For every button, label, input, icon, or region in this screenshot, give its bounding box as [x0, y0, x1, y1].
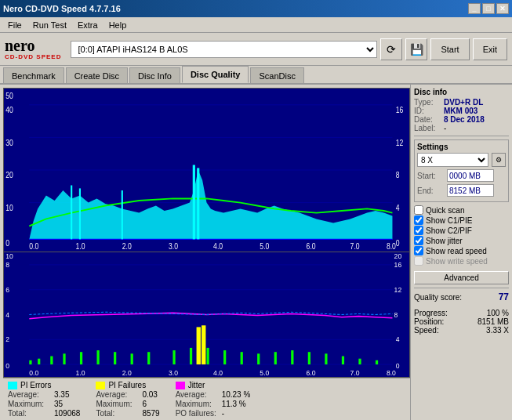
refresh-icon-btn[interactable]: ⟳ — [380, 38, 402, 60]
svg-text:8: 8 — [396, 171, 400, 180]
pi-failures-total-value: 8579 — [142, 409, 159, 418]
show-c2pif-checkbox[interactable] — [414, 226, 423, 235]
svg-rect-60 — [38, 359, 40, 364]
jitter-label: Jitter — [188, 381, 205, 389]
settings-section: Settings 8 X ⚙ Start: End: — [414, 139, 509, 202]
position-label: Position: — [414, 317, 444, 326]
menu-run-test[interactable]: Run Test — [28, 19, 71, 31]
quality-score-value: 77 — [499, 291, 509, 302]
svg-text:16: 16 — [394, 261, 402, 269]
jitter-po-value: - — [222, 409, 224, 418]
svg-rect-70 — [197, 327, 201, 364]
drive-select[interactable]: [0:0] ATAPI iHAS124 B AL0S — [71, 41, 377, 58]
svg-text:20: 20 — [5, 171, 13, 180]
pi-errors-legend: PI Errors Average: 3.35 Maximum: 35 Tota… — [8, 381, 80, 418]
disc-date-label: Date: — [414, 115, 441, 124]
svg-text:16: 16 — [396, 105, 404, 114]
svg-rect-68 — [172, 350, 175, 364]
speed-select[interactable]: 8 X — [417, 153, 488, 167]
tab-create-disc[interactable]: Create Disc — [66, 67, 128, 83]
svg-rect-72 — [207, 348, 209, 364]
show-c2pif-label: Show C2/PIF — [426, 226, 472, 235]
exit-button[interactable]: Exit — [473, 38, 507, 60]
menu-extra[interactable]: Extra — [73, 19, 103, 31]
pi-failures-avg-value: 0.03 — [142, 390, 157, 399]
svg-text:4.0: 4.0 — [213, 369, 223, 377]
disc-date-value: 8 Dec 2018 — [444, 115, 485, 124]
settings-icon-btn[interactable]: ⚙ — [492, 153, 506, 167]
show-jitter-checkbox[interactable] — [414, 236, 423, 245]
disc-info-title: Disc info — [414, 88, 509, 96]
end-input[interactable] — [447, 184, 494, 197]
svg-text:8: 8 — [5, 261, 9, 269]
svg-text:3.0: 3.0 — [169, 242, 178, 252]
svg-text:4: 4 — [396, 203, 400, 212]
menu-help[interactable]: Help — [104, 19, 132, 31]
svg-text:40: 40 — [5, 105, 13, 114]
svg-text:20: 20 — [394, 253, 402, 261]
svg-text:12: 12 — [396, 138, 404, 147]
svg-text:0: 0 — [396, 239, 400, 248]
legend-area: PI Errors Average: 3.35 Maximum: 35 Tota… — [3, 378, 410, 420]
tab-disc-info[interactable]: Disc Info — [129, 67, 180, 83]
menu-bar: File Run Test Extra Help — [0, 17, 512, 33]
svg-rect-77 — [291, 350, 293, 364]
pi-errors-color-box — [8, 382, 17, 389]
show-write-speed-checkbox[interactable] — [414, 256, 423, 266]
svg-text:7.0: 7.0 — [350, 242, 360, 252]
pi-errors-total-label: Total: — [8, 409, 51, 418]
svg-rect-63 — [80, 352, 82, 364]
save-icon-btn[interactable]: 💾 — [405, 38, 427, 60]
show-read-speed-label: Show read speed — [426, 247, 487, 255]
quality-score-section: Quality score: 77 — [414, 291, 509, 302]
svg-text:8.0: 8.0 — [387, 369, 396, 377]
start-input[interactable] — [447, 169, 494, 182]
pi-failures-total-label: Total: — [96, 409, 139, 418]
jitter-color-box — [176, 382, 185, 389]
show-c1pie-label: Show C1/PIE — [426, 216, 472, 225]
disc-type-value: DVD+R DL — [444, 98, 483, 107]
tab-scan-disc[interactable]: ScanDisc — [250, 67, 303, 83]
svg-text:5.0: 5.0 — [260, 242, 269, 252]
maximize-button[interactable]: □ — [482, 3, 495, 14]
pi-failures-color-box — [96, 382, 105, 389]
checkboxes-section: Quick scan Show C1/PIE Show C2/PIF Show … — [414, 205, 509, 266]
nero-brand-text: nero — [5, 38, 35, 53]
svg-text:0.0: 0.0 — [29, 369, 38, 377]
title-buttons: _ □ ✕ — [468, 3, 509, 14]
quick-scan-checkbox[interactable] — [414, 205, 423, 215]
position-value: 8151 MB — [478, 317, 509, 326]
svg-text:6.0: 6.0 — [307, 242, 316, 252]
tabs: Benchmark Create Disc Disc Info Disc Qua… — [0, 66, 512, 85]
progress-value: 100 % — [487, 309, 509, 317]
show-read-speed-checkbox[interactable] — [414, 246, 423, 255]
end-label: End: — [417, 186, 444, 195]
disc-id-label: ID: — [414, 107, 441, 115]
quality-score-label: Quality score: — [414, 293, 462, 302]
svg-rect-78 — [308, 352, 310, 364]
svg-text:1.0: 1.0 — [76, 369, 85, 377]
svg-rect-73 — [223, 350, 226, 364]
svg-rect-65 — [114, 352, 116, 364]
settings-title: Settings — [417, 143, 506, 151]
svg-text:8: 8 — [394, 311, 398, 319]
title-text: Nero CD-DVD Speed 4.7.7.16 — [3, 4, 121, 13]
quick-scan-label: Quick scan — [426, 206, 464, 215]
show-c1pie-checkbox[interactable] — [414, 215, 423, 225]
svg-text:7.0: 7.0 — [350, 369, 360, 377]
svg-rect-76 — [274, 352, 277, 364]
svg-text:30: 30 — [5, 138, 13, 147]
menu-file[interactable]: File — [3, 19, 27, 31]
tab-disc-quality[interactable]: Disc Quality — [182, 66, 249, 83]
svg-text:2.0: 2.0 — [122, 242, 132, 252]
pi-errors-avg-label: Average: — [8, 390, 51, 399]
start-button[interactable]: Start — [430, 38, 469, 60]
minimize-button[interactable]: _ — [468, 3, 481, 14]
svg-text:12: 12 — [394, 286, 402, 294]
svg-text:50: 50 — [5, 91, 13, 100]
pi-errors-max-value: 35 — [54, 400, 63, 408]
advanced-button[interactable]: Advanced — [414, 271, 509, 284]
tab-benchmark[interactable]: Benchmark — [3, 67, 64, 83]
main-content: 0 10 20 30 40 50 0 4 8 12 16 0.0 1.0 2.0… — [0, 85, 512, 420]
close-button[interactable]: ✕ — [496, 3, 509, 14]
